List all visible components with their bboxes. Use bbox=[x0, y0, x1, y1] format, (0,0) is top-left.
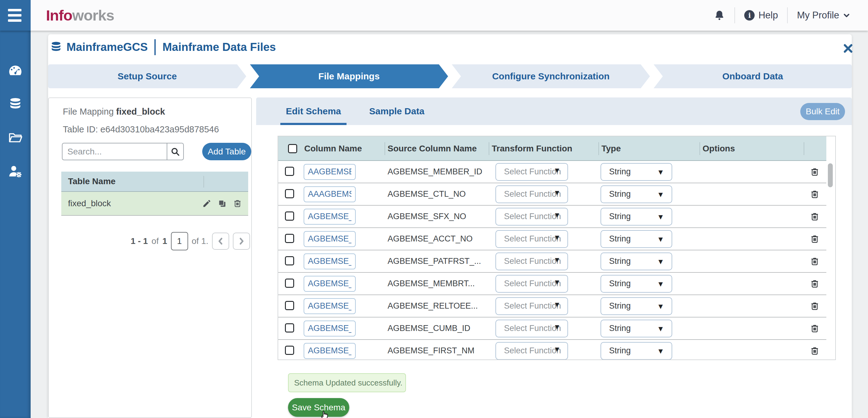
type-dropdown[interactable]: String▼ bbox=[600, 208, 672, 226]
wizard-step-file-mappings[interactable]: File Mappings bbox=[250, 64, 448, 88]
file-mapping-label: File Mapping bbox=[63, 107, 114, 116]
sidebar-item-data-sources[interactable] bbox=[0, 93, 31, 115]
schema-table-row: AGBEMSE_MEMBRT... Select Function▼ Strin… bbox=[278, 273, 826, 295]
dropdown-caret-icon: ▼ bbox=[657, 258, 664, 266]
source-column-name-cell: AGBEMSE_FIRST_NM bbox=[384, 346, 489, 356]
transform-function-dropdown[interactable]: Select Function▼ bbox=[495, 230, 568, 248]
schema-table-row: AGBEMSE_CTL_NO Select Function▼ String▼ bbox=[278, 183, 826, 206]
search-icon[interactable] bbox=[167, 143, 183, 160]
tab-sample-data[interactable]: Sample Data bbox=[364, 97, 430, 125]
save-schema-button[interactable]: Save Schema bbox=[288, 398, 349, 417]
search-input[interactable] bbox=[62, 143, 167, 160]
row-checkbox[interactable] bbox=[285, 346, 294, 355]
topbar-actions: i Help My Profile bbox=[714, 0, 850, 31]
column-name-input[interactable] bbox=[304, 298, 356, 314]
column-name-input[interactable] bbox=[304, 276, 356, 292]
transform-function-dropdown[interactable]: Select Function▼ bbox=[495, 208, 568, 226]
help-label: Help bbox=[758, 10, 778, 21]
delete-row-icon[interactable] bbox=[804, 212, 826, 221]
column-name-input[interactable] bbox=[304, 186, 356, 202]
schema-table-row: AGBEMSE_ACCT_NO Select Function▼ String▼ bbox=[278, 228, 826, 250]
row-checkbox[interactable] bbox=[285, 323, 294, 332]
wizard-step-onboard-data[interactable]: Onboard Data bbox=[654, 64, 852, 88]
delete-row-icon[interactable] bbox=[804, 279, 826, 289]
header-separator bbox=[204, 176, 204, 187]
hamburger-menu-icon[interactable] bbox=[0, 0, 31, 31]
table-name-cell: fixed_block bbox=[68, 199, 202, 208]
select-all-checkbox[interactable] bbox=[288, 144, 297, 153]
wizard-step-setup-source[interactable]: Setup Source bbox=[48, 64, 246, 88]
app-window: Infoworks i Help My Profile bbox=[0, 0, 868, 418]
schema-table-row: AGBEMSE_MEMBER_ID Select Function▼ Strin… bbox=[278, 161, 826, 183]
title-divider bbox=[154, 39, 156, 55]
transform-function-dropdown[interactable]: Select Function▼ bbox=[495, 320, 568, 337]
logo-text-secondary: works bbox=[72, 7, 114, 24]
column-name-input[interactable] bbox=[304, 164, 356, 180]
prev-page-button[interactable] bbox=[212, 233, 229, 250]
type-dropdown[interactable]: String▼ bbox=[600, 342, 672, 360]
page-number-input[interactable] bbox=[171, 232, 188, 250]
delete-row-icon[interactable] bbox=[804, 324, 826, 333]
table-name-header: Table Name bbox=[68, 177, 116, 186]
transform-function-dropdown[interactable]: Select Function▼ bbox=[495, 342, 568, 360]
type-dropdown[interactable]: String▼ bbox=[600, 320, 672, 337]
vertical-scrollbar-thumb[interactable] bbox=[828, 163, 833, 187]
column-name-input[interactable] bbox=[304, 321, 356, 336]
wizard-steps: Setup Source File Mappings Configure Syn… bbox=[48, 64, 852, 88]
sidebar-item-dashboard[interactable] bbox=[0, 60, 31, 81]
notifications-bell-icon[interactable] bbox=[714, 9, 725, 21]
sidebar-item-admin[interactable] bbox=[0, 161, 31, 182]
schema-table-header: Column Name Source Column Name Transform… bbox=[278, 137, 826, 161]
column-name-input[interactable] bbox=[304, 343, 356, 359]
transform-function-dropdown[interactable]: Select Function▼ bbox=[495, 252, 568, 270]
type-dropdown[interactable]: String▼ bbox=[600, 275, 672, 293]
type-dropdown[interactable]: String▼ bbox=[600, 252, 672, 270]
transform-function-dropdown[interactable]: Select Function▼ bbox=[495, 185, 568, 203]
my-profile-menu[interactable]: My Profile bbox=[797, 10, 850, 21]
column-name-input[interactable] bbox=[304, 231, 356, 247]
type-dropdown[interactable]: String▼ bbox=[600, 230, 672, 248]
wizard-step-configure-synchronization[interactable]: Configure Synchronization bbox=[452, 64, 650, 88]
delete-row-icon[interactable] bbox=[804, 257, 826, 266]
bulk-edit-button[interactable]: Bulk Edit bbox=[800, 103, 845, 120]
topbar-divider bbox=[787, 7, 788, 23]
transform-function-dropdown[interactable]: Select Function▼ bbox=[495, 275, 568, 293]
database-icon bbox=[50, 41, 62, 54]
copy-icon[interactable] bbox=[218, 199, 227, 208]
delete-icon[interactable] bbox=[233, 199, 242, 208]
dropdown-caret-icon: ▼ bbox=[657, 235, 664, 244]
delete-row-icon[interactable] bbox=[804, 189, 826, 199]
type-dropdown[interactable]: String▼ bbox=[600, 297, 672, 315]
database-icon bbox=[8, 97, 22, 111]
row-checkbox[interactable] bbox=[285, 234, 294, 243]
header-column-name: Column Name bbox=[301, 137, 384, 161]
delete-row-icon[interactable] bbox=[804, 346, 826, 356]
row-checkbox[interactable] bbox=[285, 189, 294, 198]
column-name-input[interactable] bbox=[304, 253, 356, 269]
delete-row-icon[interactable] bbox=[804, 301, 826, 311]
schema-table-body: AGBEMSE_MEMBER_ID Select Function▼ Strin… bbox=[278, 161, 835, 360]
next-page-button[interactable] bbox=[233, 233, 250, 250]
pagination-range: 1 - 1 bbox=[131, 236, 148, 246]
close-icon[interactable] bbox=[842, 42, 854, 55]
sidebar-item-domains[interactable] bbox=[0, 127, 31, 149]
transform-function-dropdown[interactable]: Select Function▼ bbox=[495, 297, 568, 315]
row-checkbox[interactable] bbox=[285, 167, 294, 176]
row-checkbox[interactable] bbox=[285, 301, 294, 310]
table-list-row[interactable]: fixed_block bbox=[61, 192, 248, 216]
row-checkbox[interactable] bbox=[285, 211, 294, 221]
row-checkbox[interactable] bbox=[285, 256, 294, 265]
add-table-button[interactable]: Add Table bbox=[202, 143, 251, 160]
delete-row-icon[interactable] bbox=[804, 234, 826, 244]
delete-row-icon[interactable] bbox=[804, 167, 826, 177]
schema-table-row: AGBEMSE_FIRST_NM Select Function▼ String… bbox=[278, 340, 826, 360]
dropdown-caret-icon: ▼ bbox=[553, 166, 561, 175]
type-dropdown[interactable]: String▼ bbox=[600, 185, 672, 203]
type-dropdown[interactable]: String▼ bbox=[600, 163, 672, 181]
transform-function-dropdown[interactable]: Select Function▼ bbox=[495, 163, 568, 181]
tab-edit-schema[interactable]: Edit Schema bbox=[280, 97, 346, 125]
row-checkbox[interactable] bbox=[285, 278, 294, 288]
help-menu[interactable]: i Help bbox=[744, 10, 778, 21]
edit-icon[interactable] bbox=[202, 199, 211, 208]
column-name-input[interactable] bbox=[304, 209, 356, 225]
